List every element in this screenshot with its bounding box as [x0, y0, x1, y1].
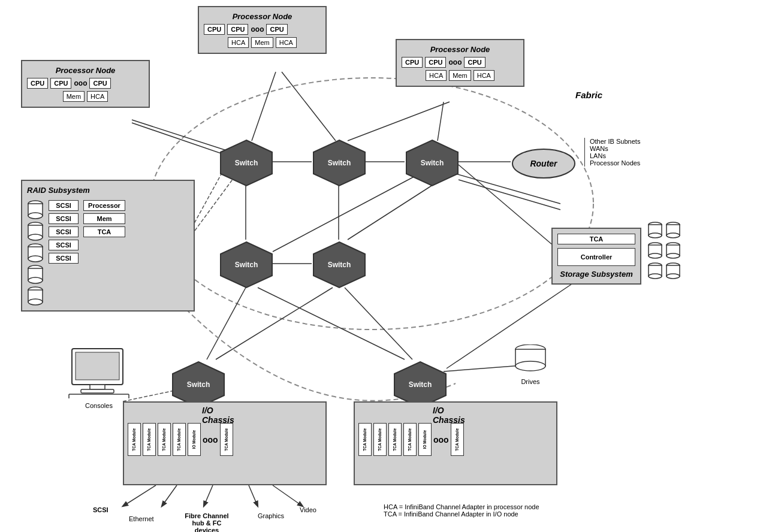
pn-tc-cpu1: CPU [204, 24, 225, 35]
consoles-label: Consoles [66, 402, 132, 409]
svg-line-30 [249, 485, 258, 506]
switch-1: Switch [219, 139, 273, 187]
svg-text:Switch: Switch [235, 261, 258, 269]
pn-tl-dots: ooo [74, 79, 87, 87]
svg-text:Switch: Switch [235, 159, 258, 167]
raid-scsi-column: SCSI SCSI SCSI SCSI SCSI [49, 200, 79, 264]
switch-5: Switch [312, 241, 366, 289]
svg-point-74 [666, 253, 680, 258]
io-module-1-2: TCA Module [143, 423, 156, 456]
svg-line-22 [459, 180, 560, 210]
io-module-2-5: IO Module [418, 423, 432, 456]
disk-icon [27, 222, 44, 241]
pn-tc-cpu2: CPU [227, 24, 248, 35]
svg-point-83 [515, 361, 545, 371]
svg-line-16 [282, 72, 336, 141]
raid-processor: Processor [83, 200, 125, 211]
scsi-5: SCSI [49, 253, 79, 264]
io-chassis-1: I/OChassis TCA Module TCA Module TCA Mod… [123, 401, 327, 485]
pn-tr-cpu3: CPU [464, 57, 485, 68]
video-label: Video [300, 506, 316, 513]
router-label-4: Processor Nodes [590, 159, 640, 167]
pn-tl-mem-row: Mem HCA [27, 91, 144, 102]
pn-tl-cpu2: CPU [50, 78, 71, 89]
pn-tr-cpu1: CPU [402, 57, 423, 68]
svg-point-71 [649, 253, 662, 258]
svg-rect-87 [81, 389, 114, 393]
scsi-3: SCSI [49, 226, 79, 237]
pn-tl-hca: HCA [87, 91, 108, 102]
legend: HCA = InfiniBand Channel Adapter in proc… [384, 503, 539, 518]
svg-line-18 [348, 102, 450, 141]
console: Consoles [66, 347, 132, 409]
svg-text:Router: Router [530, 159, 558, 168]
pn-tc-title: Processor Node [204, 12, 321, 21]
io-chassis-1-title: I/OChassis [202, 406, 234, 425]
storage-disk-4 [665, 242, 681, 260]
svg-line-29 [204, 485, 213, 506]
storage-disk-6 [665, 262, 681, 280]
raid-proc-column: Processor Mem TCA [83, 200, 125, 237]
pn-tr-mem: Mem [449, 70, 471, 81]
svg-text:Switch: Switch [328, 261, 351, 269]
raid-title: RAID Subsystem [27, 186, 189, 195]
router-labels: Other IB Subnets WANs LANs Processor Nod… [584, 138, 640, 167]
router-label-2: WANs [590, 145, 640, 152]
pn-tr-hca1: HCA [426, 70, 447, 81]
scsi-2: SCSI [49, 213, 79, 224]
disk-icon [27, 265, 44, 284]
io-module-2-3: TCA Module [388, 423, 402, 456]
processor-node-top-left: Processor Node CPU CPU ooo CPU Mem HCA [21, 60, 150, 108]
router-label-3: LANs [590, 152, 640, 159]
pn-tc-mem: Mem [251, 37, 273, 48]
fibre-label: Fibre Channelhub & FCdevices [177, 512, 237, 532]
disk-icon [27, 200, 44, 219]
storage-subsystem: TCA Controller Storage Subsystem [551, 228, 641, 285]
io-module-2-2: TCA Module [373, 423, 387, 456]
io-module-1-6: TCA Module [220, 423, 233, 456]
svg-point-77 [649, 274, 662, 279]
legend-tca: TCA = InfiniBand Channel Adapter in I/O … [384, 510, 539, 518]
svg-point-56 [28, 256, 43, 262]
storage-disk-1 [647, 222, 663, 240]
storage-controller: Controller [557, 248, 635, 266]
drives-label: Drives [512, 378, 548, 385]
svg-rect-86 [90, 385, 105, 389]
scsi-label: SCSI [93, 506, 108, 513]
pn-tr-title: Processor Node [402, 45, 518, 54]
io-chassis-2-title: I/OChassis [433, 406, 465, 425]
drives-area: Drives [512, 344, 548, 385]
router-label-1: Other IB Subnets [590, 138, 640, 145]
svg-rect-85 [76, 352, 119, 380]
io-module-2-4: TCA Module [403, 423, 417, 456]
svg-line-13 [132, 120, 234, 153]
io-chassis-2-modules: TCA Module TCA Module TCA Module TCA Mod… [358, 423, 553, 456]
pn-tr-cpu2: CPU [425, 57, 446, 68]
svg-point-50 [28, 213, 43, 219]
pn-tr-hca2: HCA [474, 70, 494, 81]
io-module-1-1: TCA Module [128, 423, 141, 456]
svg-line-28 [162, 485, 177, 506]
fabric-label: Fabric [575, 90, 602, 100]
scsi-4: SCSI [49, 240, 79, 250]
svg-line-6 [348, 186, 432, 240]
storage-title: Storage Subsystem [557, 270, 635, 279]
svg-text:Switch: Switch [187, 380, 210, 389]
svg-point-0 [150, 78, 593, 330]
pn-tc-hca1: HCA [228, 37, 249, 48]
disk-icon [27, 286, 44, 306]
graphics-label: Graphics [258, 512, 284, 519]
scsi-1: SCSI [49, 200, 79, 211]
raid-mem: Mem [83, 213, 125, 224]
main-canvas: { "title": "InfiniBand Architecture Diag… [0, 0, 760, 532]
svg-point-80 [666, 274, 680, 279]
disk-icon [27, 243, 44, 262]
raid-tca: TCA [83, 226, 125, 237]
switch-3: Switch [405, 139, 459, 187]
pn-tc-hca2: HCA [276, 37, 297, 48]
pn-tc-dots: ooo [251, 25, 264, 34]
svg-text:Switch: Switch [328, 159, 351, 167]
ethernet-label: Ethernet [129, 515, 154, 522]
svg-rect-88 [69, 394, 129, 398]
io-chassis-2: I/OChassis TCA Module TCA Module TCA Mod… [354, 401, 557, 485]
